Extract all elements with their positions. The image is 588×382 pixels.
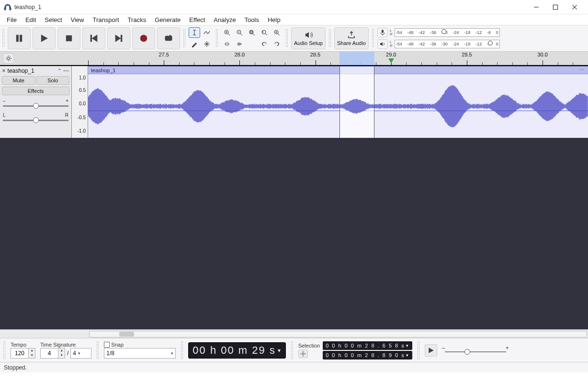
grip-icon[interactable] xyxy=(417,341,420,360)
snap-checkbox[interactable] xyxy=(104,342,110,348)
timesig-num-spinner[interactable]: ▴▾ xyxy=(40,348,65,359)
edit-tools xyxy=(189,27,213,49)
tempo-label: Tempo xyxy=(11,342,35,348)
titlebar: teashop_1 xyxy=(0,0,588,14)
mic-icon[interactable] xyxy=(377,28,388,37)
status-text: Stopped. xyxy=(4,364,27,371)
statusbar: Stopped. xyxy=(0,362,588,372)
timesig-den-select[interactable]: 4▾ xyxy=(70,348,91,359)
tempo-input[interactable] xyxy=(11,348,28,358)
menu-help[interactable]: Help xyxy=(264,15,284,24)
grip-icon[interactable] xyxy=(291,341,294,360)
play-button[interactable] xyxy=(33,27,56,49)
selection-tool-button[interactable] xyxy=(189,27,200,38)
grip-icon[interactable] xyxy=(181,341,183,360)
grip-icon[interactable] xyxy=(328,29,331,48)
vertical-scale[interactable]: 1.0 0.5 0.0 -0.5 -1.0 xyxy=(72,66,88,138)
menu-generate[interactable]: Generate xyxy=(151,15,184,24)
tempo-spinner[interactable]: ▴▾ xyxy=(11,348,35,359)
track-collapse-button[interactable]: ⌃ xyxy=(57,68,61,73)
effects-button[interactable]: Effects xyxy=(2,87,69,95)
grip-icon[interactable] xyxy=(285,29,288,48)
zoom-toggle-button[interactable] xyxy=(271,27,283,38)
mute-button[interactable]: Mute xyxy=(2,76,35,85)
stop-button[interactable] xyxy=(57,27,80,49)
timeline-settings-button[interactable] xyxy=(3,53,14,64)
menu-effect[interactable]: Effect xyxy=(185,15,209,24)
menu-analyze[interactable]: Analyze xyxy=(210,15,239,24)
redo-button[interactable] xyxy=(271,39,283,49)
trim-outside-button[interactable] xyxy=(221,39,233,49)
close-button[interactable] xyxy=(565,0,584,14)
grip-icon[interactable] xyxy=(2,29,5,48)
timesig-num-input[interactable] xyxy=(41,348,58,358)
silence-selection-button[interactable] xyxy=(234,39,245,49)
share-audio-button[interactable]: Share Audio xyxy=(334,27,369,49)
track-menu-button[interactable]: ⋯ xyxy=(63,67,69,74)
fit-project-button[interactable] xyxy=(259,27,270,38)
draw-tool-button[interactable] xyxy=(189,39,200,49)
menu-tracks[interactable]: Tracks xyxy=(124,15,150,24)
gain-slider[interactable]: –+ xyxy=(0,96,71,111)
track-name[interactable]: teashop_1 xyxy=(8,67,56,74)
selection-start-display[interactable]: 0 0 h 0 0 m 2 8 . 6 5 8 s▾ xyxy=(323,341,412,350)
zoom-tools xyxy=(221,27,283,49)
grip-icon[interactable] xyxy=(3,341,6,360)
zoom-out-button[interactable] xyxy=(234,27,245,38)
scrollbar-thumb[interactable] xyxy=(119,332,134,337)
audio-setup-label: Audio Setup xyxy=(294,40,323,46)
fit-selection-button[interactable] xyxy=(246,27,258,38)
track-close-button[interactable]: × xyxy=(2,67,6,74)
selection-settings-button[interactable] xyxy=(298,349,308,358)
menu-transport[interactable]: Transport xyxy=(89,15,123,24)
grip-icon[interactable] xyxy=(372,29,374,48)
time-display[interactable]: 00 h 00 m 29 s▾ xyxy=(188,342,286,359)
clip-menu-button[interactable]: ⋯ xyxy=(579,67,585,73)
svg-rect-0 xyxy=(4,8,6,10)
menu-tools[interactable]: Tools xyxy=(241,15,263,24)
menu-view[interactable]: View xyxy=(67,15,88,24)
zoom-in-button[interactable] xyxy=(221,27,233,38)
play-at-speed-button[interactable] xyxy=(425,344,437,357)
menubar: File Edit Select View Transport Tracks G… xyxy=(0,14,588,25)
empty-track-space[interactable] xyxy=(0,138,588,329)
skip-start-button[interactable] xyxy=(82,27,105,49)
svg-rect-25 xyxy=(250,31,252,33)
undo-button[interactable] xyxy=(259,39,270,49)
speaker-icon[interactable] xyxy=(377,39,388,49)
minimize-button[interactable] xyxy=(527,0,546,14)
playback-speed-slider[interactable]: –+ xyxy=(442,346,509,355)
envelope-tool-button[interactable] xyxy=(201,27,213,38)
toolbar: Audio Setup Share Audio LR -54-48-42-36-… xyxy=(0,25,588,52)
menu-select[interactable]: Select xyxy=(41,15,66,24)
playback-meter[interactable]: -54-48-42-36-30-24-18-12-60 xyxy=(395,40,500,48)
clip-header[interactable]: teashop_1 ⋯ xyxy=(88,67,588,74)
snap-label: Snap xyxy=(111,342,124,348)
track-control-panel: × teashop_1 ⌃ ⋯ Mute Solo Effects –+ LR xyxy=(0,66,72,138)
pause-button[interactable] xyxy=(8,27,31,49)
horizontal-scrollbar[interactable] xyxy=(89,331,587,337)
snap-select[interactable]: 1/8▾ xyxy=(104,348,176,359)
record-button[interactable] xyxy=(132,27,155,49)
menu-file[interactable]: File xyxy=(3,15,21,24)
track-area: × teashop_1 ⌃ ⋯ Mute Solo Effects –+ LR xyxy=(0,65,588,329)
pan-slider[interactable]: LR xyxy=(0,111,71,125)
multi-tool-button[interactable] xyxy=(201,39,213,49)
grip-icon[interactable] xyxy=(96,341,99,360)
svg-rect-10 xyxy=(90,35,91,42)
recording-meter[interactable]: -54-48-42-36-30-24-18-12-60 xyxy=(395,28,500,37)
grip-icon[interactable] xyxy=(215,29,218,48)
play-meter-marker xyxy=(488,41,493,45)
selection-end-display[interactable]: 0 0 h 0 0 m 2 8 . 8 9 0 s▾ xyxy=(323,351,412,360)
spacer-icon xyxy=(246,39,258,49)
grip-icon[interactable] xyxy=(183,29,186,48)
audio-setup-button[interactable]: Audio Setup xyxy=(291,27,326,49)
timeline-ruler[interactable]: 27.528.028.529.029.530.0 xyxy=(74,52,588,65)
skip-end-button[interactable] xyxy=(107,27,130,49)
app-icon xyxy=(4,3,11,11)
waveform-area[interactable]: teashop_1 ⋯ xyxy=(88,66,588,138)
maximize-button[interactable] xyxy=(546,0,565,14)
menu-edit[interactable]: Edit xyxy=(22,15,40,24)
solo-button[interactable]: Solo xyxy=(36,76,70,85)
loop-button[interactable] xyxy=(157,27,180,49)
